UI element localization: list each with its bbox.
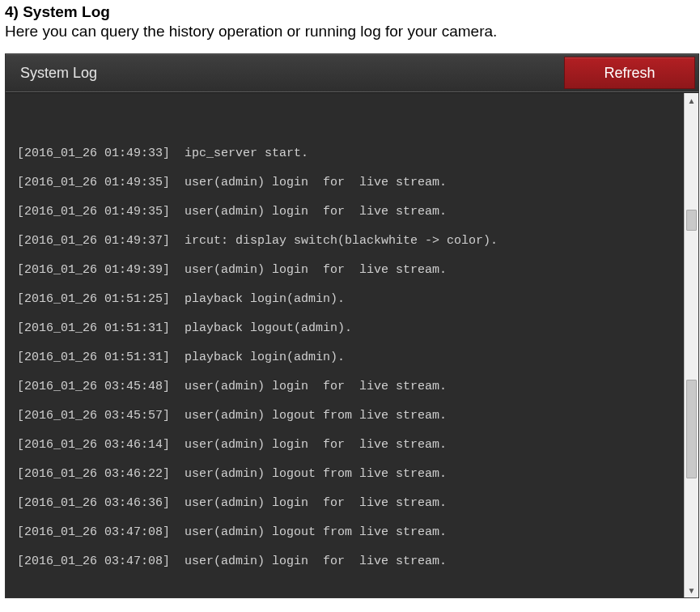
log-line: [2016_01_26 01:51:25] playback login(adm… xyxy=(17,292,684,307)
scrollbar-thumb[interactable] xyxy=(686,380,697,478)
log-line: [2016_01_26 01:49:33] ipc_server start. xyxy=(17,147,684,161)
log-line: [2016_01_26 01:49:37] ircut: display swi… xyxy=(17,234,684,249)
log-line: [2016_01_26 03:45:48] user(admin) login … xyxy=(17,380,684,394)
log-line: [2016_01_26 03:46:14] user(admin) login … xyxy=(17,438,684,453)
log-text-area[interactable]: [2016_01_26 01:49:33] ipc_server start. … xyxy=(6,93,684,597)
panel-title: System Log xyxy=(20,65,97,82)
log-line: [2016_01_26 03:45:57] user(admin) logout… xyxy=(17,409,684,423)
scrollbar-thumb[interactable] xyxy=(686,210,697,231)
log-container: [2016_01_26 01:49:33] ipc_server start. … xyxy=(6,92,698,597)
panel-titlebar: System Log Refresh xyxy=(6,54,698,92)
system-log-panel: System Log Refresh [2016_01_26 01:49:33]… xyxy=(5,53,699,598)
log-line: [2016_01_26 01:49:35] user(admin) login … xyxy=(17,176,684,190)
refresh-button[interactable]: Refresh xyxy=(564,57,695,89)
log-line: [2016_01_26 03:47:08] user(admin) login … xyxy=(17,555,684,569)
scrollbar-track[interactable] xyxy=(685,108,698,583)
section-heading: 4) System Log xyxy=(5,3,695,21)
log-line: [2016_01_26 01:51:31] playback logout(ad… xyxy=(17,321,684,336)
log-line: [2016_01_26 03:46:22] user(admin) logout… xyxy=(17,467,684,482)
scroll-up-arrow-icon[interactable]: ▲ xyxy=(685,93,698,108)
log-line: [2016_01_26 01:51:31] playback login(adm… xyxy=(17,351,684,365)
vertical-scrollbar[interactable]: ▲ ▼ xyxy=(684,93,698,597)
log-line: [2016_01_26 01:49:35] user(admin) login … xyxy=(17,205,684,219)
log-line: [2016_01_26 01:49:39] user(admin) login … xyxy=(17,263,684,278)
log-line: [2016_01_26 03:47:08] user(admin) logout… xyxy=(17,525,684,540)
section-description: Here you can query the history operation… xyxy=(5,23,695,40)
log-line: [2016_01_26 03:46:36] user(admin) login … xyxy=(17,496,684,511)
scroll-down-arrow-icon[interactable]: ▼ xyxy=(685,583,698,597)
